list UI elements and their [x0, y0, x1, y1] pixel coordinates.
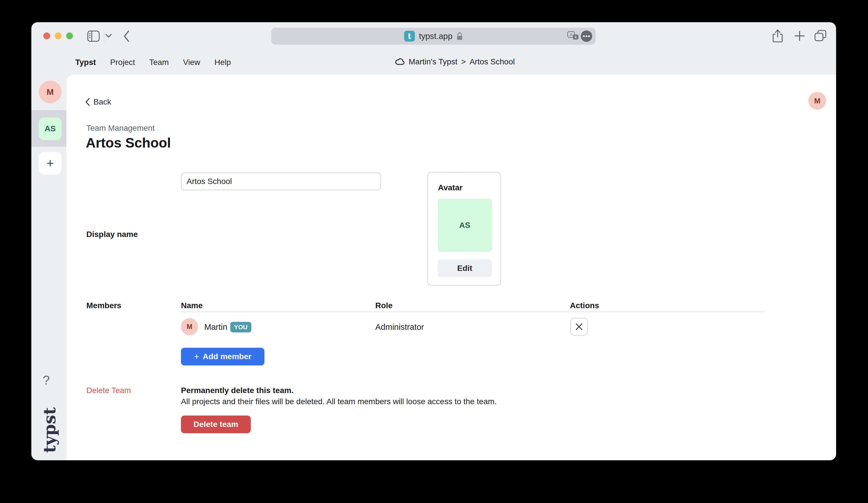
chevron-down-icon[interactable]: [105, 34, 112, 38]
cloud-icon: [395, 58, 405, 66]
add-member-label: Add member: [203, 352, 251, 361]
account-avatar-initial: M: [814, 96, 820, 105]
page-options-icon[interactable]: [581, 31, 592, 42]
account-avatar[interactable]: M: [808, 92, 826, 110]
members-label: Members: [86, 301, 121, 310]
member-avatar: M: [181, 318, 198, 335]
chevron-left-icon: [85, 98, 90, 106]
team-avatar-initial: AS: [45, 124, 56, 133]
column-header-actions: Actions: [570, 301, 599, 310]
team-avatar-preview-initials: AS: [459, 221, 471, 230]
help-button[interactable]: ?: [43, 373, 50, 387]
breadcrumb-separator: >: [461, 57, 466, 66]
section-eyebrow: Team Management: [86, 124, 155, 133]
close-icon: [575, 323, 583, 331]
address-bar[interactable]: t typst.app A x: [271, 28, 596, 45]
menu-item-help[interactable]: Help: [214, 58, 231, 67]
add-member-button[interactable]: + Add member: [181, 348, 265, 365]
plus-icon: +: [46, 156, 54, 170]
column-header-role: Role: [375, 301, 393, 310]
page-title: Artos School: [86, 135, 171, 151]
delete-team-label: Delete Team: [86, 386, 131, 395]
browser-toolbar: t typst.app A x: [31, 22, 836, 51]
favicon-letter: t: [408, 32, 411, 41]
sidebar-item-team-workspace[interactable]: AS: [39, 117, 62, 140]
share-icon[interactable]: [771, 29, 784, 43]
menu-item-view[interactable]: View: [183, 58, 200, 67]
plus-icon: +: [194, 352, 199, 361]
edit-avatar-button[interactable]: Edit: [438, 260, 492, 277]
menu-item-project[interactable]: Project: [110, 58, 135, 67]
team-avatar-preview: AS: [438, 199, 492, 252]
close-window-button[interactable]: [43, 32, 50, 39]
breadcrumb: Martin's Typst > Artos School: [395, 57, 515, 66]
back-link[interactable]: Back: [85, 97, 111, 106]
svg-text:x: x: [575, 35, 577, 39]
browser-window: t typst.app A x: [31, 22, 836, 460]
delete-warning-title: Permanently delete this team.: [181, 386, 293, 395]
typst-logo: typst: [40, 407, 59, 453]
table-header-divider: [181, 312, 765, 312]
sidebar-item-user-workspace[interactable]: M: [39, 81, 62, 103]
avatar-card-title: Avatar: [438, 183, 463, 192]
site-favicon: t: [404, 31, 415, 42]
user-avatar-initial: M: [47, 87, 54, 97]
display-name-input[interactable]: [181, 172, 381, 190]
lock-icon: [456, 32, 463, 40]
toolbar-divider: [104, 30, 104, 42]
remove-member-button[interactable]: [570, 318, 588, 336]
minimize-window-button[interactable]: [55, 32, 62, 39]
you-badge: YOU: [230, 322, 251, 332]
zoom-window-button[interactable]: [66, 32, 73, 39]
new-tab-icon[interactable]: [795, 31, 805, 41]
tab-overview-icon[interactable]: [814, 30, 827, 42]
avatar-card: Avatar AS Edit: [427, 172, 501, 286]
svg-text:A: A: [570, 32, 572, 37]
team-management-panel: M Back Team Management Artos School Disp…: [66, 75, 836, 460]
add-workspace-button[interactable]: +: [39, 152, 62, 175]
delete-team-button[interactable]: Delete team: [181, 416, 251, 433]
member-avatar-initial: M: [187, 323, 192, 331]
question-mark-icon: ?: [43, 373, 50, 387]
menu-item-typst[interactable]: Typst: [75, 58, 96, 67]
back-label: Back: [93, 97, 111, 106]
address-text: typst.app: [419, 32, 453, 41]
app-menubar: Typst Project Team View Help Martin's Ty…: [31, 51, 836, 75]
member-role: Administrator: [375, 322, 424, 332]
translate-icon[interactable]: A x: [567, 31, 579, 42]
delete-warning-body: All projects and their files will be del…: [181, 397, 497, 406]
sidebar-toggle-icon[interactable]: [87, 30, 100, 42]
menu-item-team[interactable]: Team: [149, 58, 169, 67]
back-navigation-icon[interactable]: [123, 30, 130, 42]
display-name-label: Display name: [86, 230, 138, 239]
member-name: Martin: [204, 322, 227, 332]
breadcrumb-current: Artos School: [469, 57, 515, 66]
column-header-name: Name: [181, 301, 203, 310]
breadcrumb-workspace[interactable]: Martin's Typst: [409, 57, 457, 66]
